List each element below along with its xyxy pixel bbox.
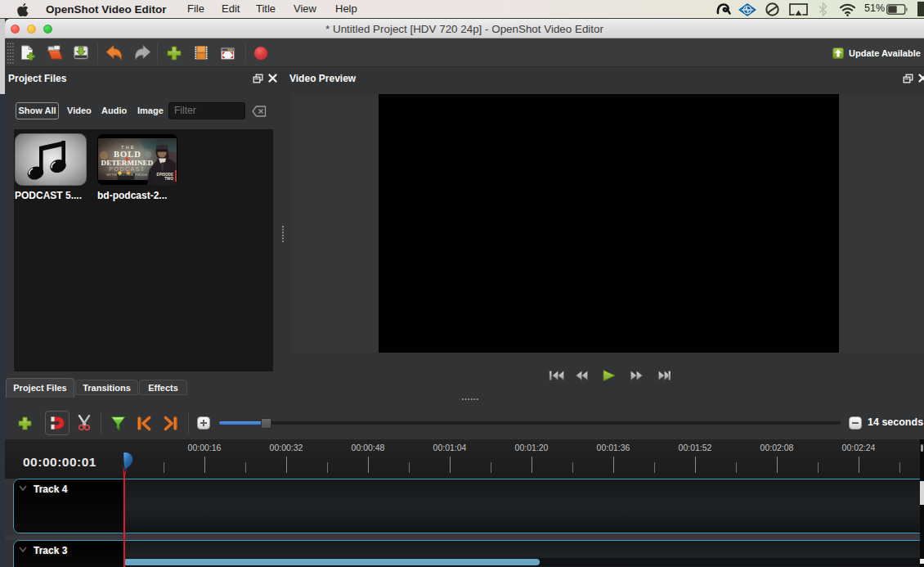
- svg-text:TWO: TWO: [164, 177, 173, 181]
- svg-text:EPISODE: EPISODE: [157, 173, 173, 177]
- svg-text:PODCAST: PODCAST: [109, 166, 145, 172]
- svg-text:WITH VICTOR PRIDE: WITH VICTOR PRIDE: [106, 173, 147, 177]
- svg-text:BOLD: BOLD: [114, 150, 141, 159]
